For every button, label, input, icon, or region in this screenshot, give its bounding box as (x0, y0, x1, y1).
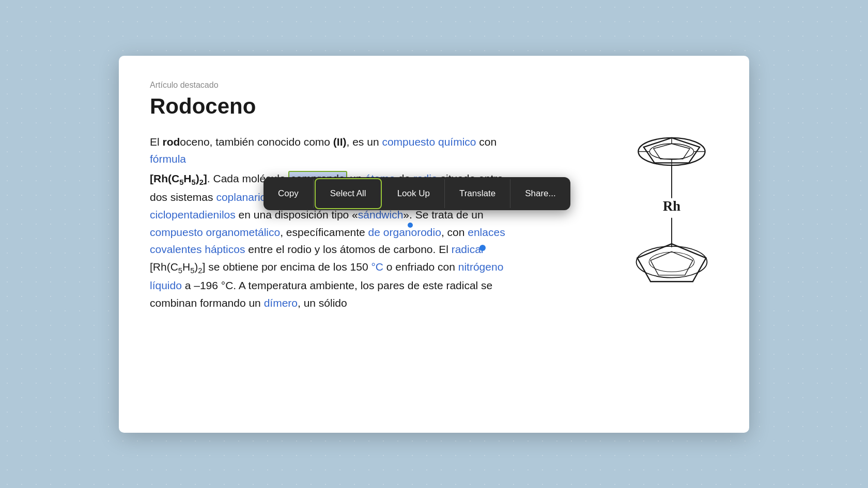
link-celsius[interactable]: °C (371, 261, 383, 273)
link-radical[interactable]: radical (452, 243, 484, 255)
link-organometal[interactable]: organometálico (206, 226, 281, 238)
svg-point-14 (649, 252, 694, 272)
svg-marker-7 (654, 144, 690, 159)
selection-handle-start (408, 223, 413, 228)
link-ciclopenta[interactable]: ciclopentadienilos (150, 209, 236, 221)
context-menu-translate[interactable]: Translate (445, 179, 510, 208)
selection-handle-end (479, 245, 486, 251)
link-sandwich[interactable]: sándwich (358, 209, 404, 221)
molecule-diagram: Rh (615, 107, 729, 304)
context-menu-look-up[interactable]: Look Up (383, 179, 445, 208)
context-menu-share[interactable]: Share... (510, 179, 570, 208)
link-dimero[interactable]: dímero (264, 297, 298, 309)
article-body: El rodoceno, también conocido como (II),… (150, 133, 522, 312)
article-category: Artículo destacado (150, 81, 718, 90)
link-formula[interactable]: fórmula (150, 153, 186, 165)
svg-marker-11 (638, 244, 706, 281)
article-paragraph-1: El rodoceno, también conocido como (II),… (150, 133, 522, 168)
link-compuesto2[interactable]: compuesto (150, 226, 203, 238)
link-compuesto[interactable]: compuesto (382, 136, 435, 148)
bold-intro: rod (163, 136, 180, 148)
svg-point-13 (637, 246, 707, 277)
svg-point-1 (649, 144, 694, 159)
browser-window: Artículo destacado Rodoceno El rodoceno,… (119, 56, 749, 433)
context-menu-select-all[interactable]: Select All (315, 178, 382, 209)
svg-text:Rh: Rh (663, 198, 680, 213)
link-organorodio[interactable]: de organorodio (368, 226, 441, 238)
bold-rodoceno: (II) (333, 136, 347, 148)
context-menu: Copy Select All Look Up Translate Share.… (264, 177, 570, 210)
link-quimico[interactable]: químico (438, 136, 476, 148)
formula-strong: [Rh(C5H5)2] (150, 172, 207, 184)
context-menu-copy[interactable]: Copy (264, 179, 314, 208)
article-container: Artículo destacado Rodoceno El rodoceno,… (119, 56, 749, 433)
link-nitrogeno[interactable]: nitrógeno líquido (150, 261, 503, 292)
